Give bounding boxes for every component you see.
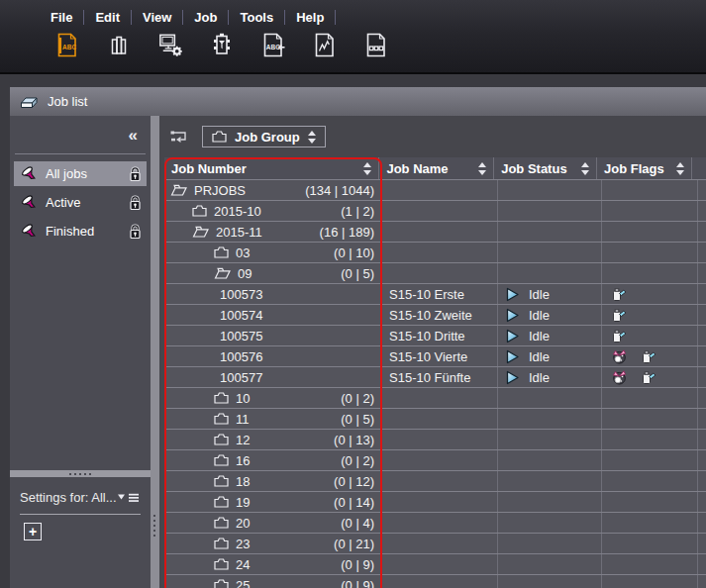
table-row-group[interactable]: 2015-10(1 | 2): [164, 200, 706, 221]
table-row-group[interactable]: 16(0 | 2): [164, 449, 706, 470]
horizontal-splitter[interactable]: [10, 470, 151, 477]
lock-icon[interactable]: [129, 224, 142, 240]
row-spacer-cell: [698, 409, 706, 429]
group-counts: (0 | 12): [334, 474, 374, 489]
tree-node: 25(0 | 9): [164, 578, 381, 588]
tree-node: 23(0 | 21): [164, 537, 381, 551]
table-header-row: Job NumberJob NameJob StatusJob Flags: [164, 157, 706, 179]
dropdown-menu-icon: [117, 493, 141, 503]
table-row-job[interactable]: 100577S15-10 FünfteIdle: [164, 366, 706, 387]
lock-icon[interactable]: [129, 166, 142, 182]
job-status-cell: [498, 243, 602, 262]
settings-dropdown[interactable]: Settings for: All...: [20, 490, 141, 505]
table-row-group[interactable]: PRJOBS(134 | 1044): [164, 179, 706, 200]
job-flags-cell: [602, 492, 698, 512]
group-name: 16: [236, 453, 250, 468]
group-name: 03: [236, 245, 250, 260]
table-row-job[interactable]: 100573S15-10 ErsteIdle: [164, 283, 706, 304]
job-name-cell: S15-10 Fünfte: [382, 367, 498, 387]
folder-closed-icon: [214, 454, 229, 466]
play-icon: [505, 370, 520, 385]
filter-funnel-icon: [19, 192, 39, 213]
job-status-cell: [498, 471, 602, 491]
job-status-label: Idle: [529, 308, 550, 323]
table-row-group[interactable]: 2015-11(16 | 189): [164, 221, 706, 242]
folder-closed-icon: [214, 413, 229, 425]
row-spacer-cell: [698, 263, 706, 283]
job-name-cell: [382, 534, 498, 553]
job-number-cell: 23(0 | 21): [164, 534, 382, 553]
column-header-spacer: [692, 157, 706, 179]
row-spacer-cell: [698, 222, 706, 242]
menu-item-job[interactable]: Job: [183, 9, 228, 26]
collapse-tree-icon[interactable]: [169, 129, 191, 145]
table-row-group[interactable]: 25(0 | 9): [164, 574, 706, 588]
job-number-cell: 100575: [164, 326, 382, 345]
row-spacer-cell: [698, 513, 706, 533]
filter-item-finished[interactable]: Finished: [14, 219, 147, 244]
svg-text:ABC: ABC: [266, 44, 280, 50]
device-settings-icon[interactable]: [208, 31, 236, 59]
lock-icon[interactable]: [129, 195, 142, 211]
column-header-job-status[interactable]: Job Status: [494, 157, 597, 179]
tree-node: 100575: [164, 329, 381, 343]
column-header-job-name[interactable]: Job Name: [379, 157, 494, 179]
print-queue-icon[interactable]: [105, 31, 133, 59]
table-row-group[interactable]: 09(0 | 5): [164, 262, 706, 283]
table-row-group[interactable]: 03(0 | 10): [164, 242, 706, 262]
job-flags-cell: [602, 513, 698, 533]
table-row-group[interactable]: 10(0 | 2): [164, 387, 706, 408]
column-header-job-number[interactable]: Job Number: [164, 157, 379, 179]
menu-item-help[interactable]: Help: [285, 9, 335, 26]
add-setting-button[interactable]: +: [24, 523, 42, 540]
system-settings-icon[interactable]: [156, 31, 184, 59]
splitter-handle: [153, 515, 155, 537]
table-row-group[interactable]: 19(0 | 14): [164, 491, 706, 512]
job-status-cell: [498, 534, 602, 553]
job-import-icon[interactable]: ABC: [259, 31, 287, 59]
job-name-cell: S15-10 Zweite: [382, 305, 498, 325]
group-counts: (0 | 10): [334, 245, 374, 260]
table-row-job[interactable]: 100576S15-10 VierteIdle: [164, 345, 706, 366]
row-spacer-cell: [698, 575, 706, 588]
group-counts: (0 | 13): [334, 433, 374, 447]
job-name-cell: [382, 575, 498, 588]
table-row-group[interactable]: 23(0 | 21): [164, 533, 706, 553]
workflow-document-icon[interactable]: [362, 31, 390, 59]
menu-item-edit[interactable]: Edit: [84, 9, 131, 26]
job-group-button[interactable]: Job Group: [202, 126, 326, 147]
table-row-job[interactable]: 100574S15-10 ZweiteIdle: [164, 304, 706, 325]
filter-item-active[interactable]: Active: [14, 190, 147, 215]
menu-item-view[interactable]: View: [132, 9, 182, 26]
tree-node: 09(0 | 5): [164, 266, 381, 281]
job-status-label: Idle: [529, 329, 550, 343]
column-header-job-flags[interactable]: Job Flags: [597, 157, 692, 179]
job-list-icon[interactable]: ABC: [53, 31, 81, 59]
table-row-job[interactable]: 100575S15-10 DritteIdle: [164, 325, 706, 345]
tree-node: 12(0 | 13): [164, 433, 381, 447]
menu-item-file[interactable]: File: [40, 9, 83, 26]
table-row-group[interactable]: 24(0 | 9): [164, 553, 706, 574]
row-spacer-cell: [698, 367, 706, 387]
job-name-cell: [382, 554, 498, 574]
menu-item-tools[interactable]: Tools: [229, 9, 284, 26]
filter-item-all-jobs[interactable]: All jobs: [14, 161, 147, 186]
printer-icon: [20, 95, 39, 109]
job-number-cell: 18(0 | 12): [164, 471, 382, 491]
job-name: S15-10 Zweite: [389, 308, 472, 323]
job-number: 100577: [220, 370, 262, 385]
job-number-cell: 11(0 | 5): [164, 409, 382, 429]
table-row-group[interactable]: 18(0 | 12): [164, 470, 706, 491]
job-status-cell: [498, 409, 602, 429]
row-spacer-cell: [698, 554, 706, 574]
sidebar-collapse-button[interactable]: «: [129, 127, 138, 144]
vertical-splitter[interactable]: [151, 116, 159, 588]
menu-separator: [335, 10, 336, 25]
table-row-group[interactable]: 11(0 | 5): [164, 408, 706, 429]
log-document-icon[interactable]: [311, 31, 339, 59]
group-name: 20: [236, 516, 250, 531]
table-row-group[interactable]: 20(0 | 4): [164, 512, 706, 533]
table-row-group[interactable]: 12(0 | 13): [164, 429, 706, 449]
grouping-bar: Job Group: [164, 116, 706, 157]
tree-node: 20(0 | 4): [164, 516, 381, 531]
